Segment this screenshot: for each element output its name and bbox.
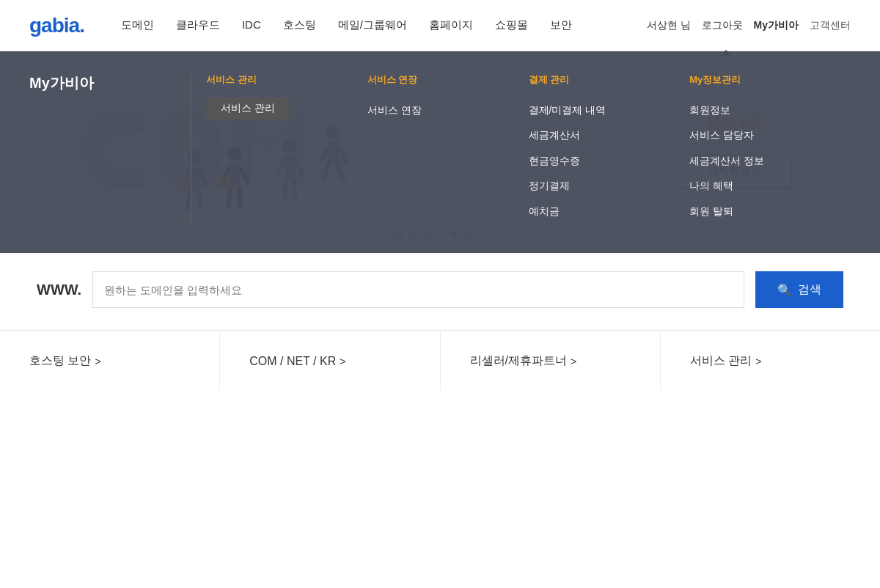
dropdown-section-extend: 서비스 연장 서비스 연장 [367,73,529,224]
www-label: WWW. [37,282,81,298]
dropdown-section-title-myinfo: My정보관리 [689,73,851,87]
mygabia-link[interactable]: My가비아 [754,19,799,32]
logout-link[interactable]: 로그아웃 [702,19,743,32]
bottom-link-arrow-hosting: > [95,356,100,367]
bottom-link-arrow-com: > [340,356,345,367]
bottom-link-arrow-service: > [755,356,761,367]
search-icon: 🔍 [777,283,792,297]
dropdown-item-service-extend[interactable]: 서비스 연장 [367,98,529,122]
bottom-link-label-com: COM / NET / KR [249,355,336,368]
domain-input[interactable] [92,271,744,308]
dropdown-section-title-service: 서비스 관리 [206,73,367,87]
user-name[interactable]: 서상현 님 [647,19,691,32]
bottom-link-label-reseller: 리셀러/제휴파트너 [470,353,567,369]
dropdown-item-withdraw[interactable]: 회원 탈퇴 [689,199,851,224]
nav-mail[interactable]: 메일/그룹웨어 [338,18,407,32]
bottom-link-com-net-kr[interactable]: COM / NET / KR > [220,331,440,391]
dropdown-title: My가비아 [29,73,154,93]
header: gabia. 도메인 클라우드 IDC 호스팅 메일/그룹웨어 홈페이지 쇼핑몰… [0,0,880,51]
search-button-label: 검색 [798,282,821,298]
dropdown-item-cash-receipt[interactable]: 현금영수증 [529,148,690,173]
dropdown-menu: My가비아 서비스 관리 서비스 관리 서비스 연장 서비스 연장 결제 관리 … [0,51,880,253]
nav-idc[interactable]: IDC [242,18,261,32]
nav-homepage[interactable]: 홈페이지 [429,18,473,32]
nav-domain[interactable]: 도메인 [121,18,154,32]
dropdown-divider [191,73,191,224]
bottom-link-arrow-reseller: > [571,356,576,367]
dropdown-caret [720,50,732,56]
main-nav: 도메인 클라우드 IDC 호스팅 메일/그룹웨어 홈페이지 쇼핑몰 보안 [121,18,647,32]
dropdown-item-tax-invoice[interactable]: 세금계산서 [529,122,690,147]
nav-shopping[interactable]: 쇼핑몰 [495,18,528,32]
dropdown-section-myinfo: My정보관리 회원정보 서비스 담당자 세금계산서 정보 나의 혜택 회원 탈퇴 [689,73,851,224]
dropdown-item-payment-history[interactable]: 결제/미결제 내역 [529,98,690,122]
customer-center-link[interactable]: 고객센터 [810,19,851,32]
dropdown-section-title-payment: 결제 관리 [529,73,690,87]
bottom-link-label-service: 서비스 관리 [690,353,752,369]
dropdown-left-section: My가비아 [29,73,176,224]
dropdown-section-payment: 결제 관리 결제/미결제 내역 세금계산서 현금영수증 정기결제 예치금 [529,73,690,224]
dropdown-item-my-benefit[interactable]: 나의 혜택 [689,173,851,198]
bottom-link-service-management[interactable]: 서비스 관리 > [661,331,880,391]
nav-cloud[interactable]: 클라우드 [176,18,220,32]
bottom-link-label-hosting: 호스팅 보안 [29,353,91,369]
bottom-link-hosting-security[interactable]: 호스팅 보안 > [0,331,220,391]
header-right: 서상현 님 로그아웃 My가비아 고객센터 [647,19,851,32]
nav-hosting[interactable]: 호스팅 [283,18,316,32]
dropdown-item-member-info[interactable]: 회원정보 [689,98,851,122]
domain-search-button[interactable]: 🔍 검색 [755,271,843,308]
dropdown-item-deposit[interactable]: 예치금 [529,199,690,224]
dropdown-item-regular-payment[interactable]: 정기결제 [529,173,690,198]
dropdown-section-service: 서비스 관리 서비스 관리 [206,73,367,224]
domain-search-section: WWW. 🔍 검색 [0,249,880,331]
dropdown-item-service-manager[interactable]: 서비스 담당자 [689,122,851,147]
dropdown-item-service-management[interactable]: 서비스 관리 [206,98,290,120]
nav-security[interactable]: 보안 [550,18,572,32]
bottom-link-reseller[interactable]: 리셀러/제휴파트너 > [441,331,661,391]
dropdown-item-tax-info[interactable]: 세금계산서 정보 [689,148,851,173]
dropdown-section-title-extend: 서비스 연장 [367,73,529,87]
logo[interactable]: gabia. [29,14,84,37]
bottom-links: 호스팅 보안 > COM / NET / KR > 리셀러/제휴파트너 > 서비… [0,331,880,391]
